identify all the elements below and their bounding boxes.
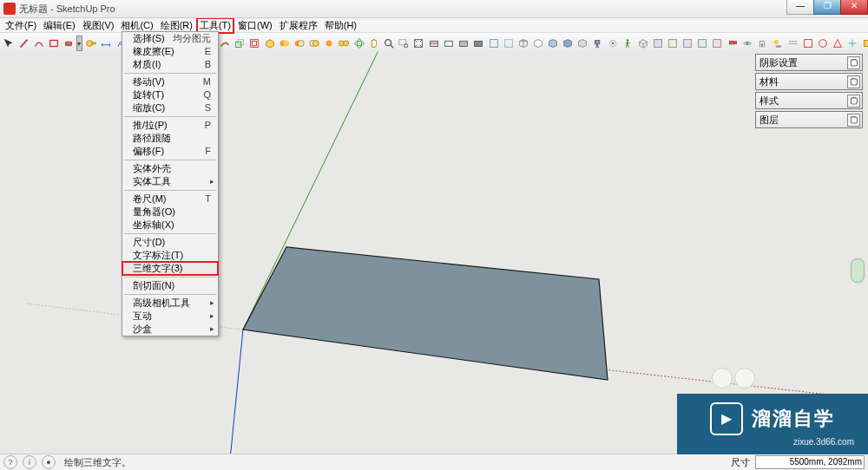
followme-tool-icon[interactable] [218,35,232,52]
solid-intersect-icon[interactable] [322,35,336,52]
panel-collapse-button[interactable]: ▢ [847,56,860,69]
camera-stand-icon[interactable] [591,35,605,52]
menu-item-6[interactable]: 缩放(C)S [122,101,218,114]
backedges-icon[interactable] [502,35,516,52]
offset-tool-icon[interactable] [247,35,261,52]
menu-item-label: 实体工具 [133,176,171,187]
tape-tool-icon[interactable] [84,35,98,52]
face-buttons [712,368,755,388]
position-camera-icon[interactable] [726,35,740,52]
menu-item-1[interactable]: 橡皮擦(E)E [122,45,218,58]
menu-item-label: 尺寸(D) [133,237,165,248]
section-icon[interactable] [427,35,441,52]
zoom-window-icon[interactable] [397,35,411,52]
select-tool-icon[interactable] [2,35,16,52]
menu-item-12[interactable]: 实体外壳 [122,162,218,175]
fog-icon[interactable] [786,35,799,52]
menu-item-19[interactable]: 尺寸(D) [122,236,218,249]
shaded-textures-icon[interactable] [561,35,575,52]
tool-extra-2[interactable] [816,35,830,52]
minimize-button[interactable]: — [786,0,814,15]
camera-look-icon[interactable] [606,35,620,52]
tool-extra-4[interactable] [845,35,859,52]
panel-collapse-button[interactable]: ▢ [847,114,860,127]
menu-3[interactable]: 相机(C) [117,19,156,32]
back-view-icon[interactable] [695,35,709,52]
menu-item-8[interactable]: 推/拉(P)P [122,119,218,132]
panel-0[interactable]: 阴影设置▢ [755,54,863,71]
solid-split-icon[interactable] [337,35,351,52]
menu-item-21[interactable]: 三维文字(3) [122,262,218,275]
menu-item-16[interactable]: 量角器(O) [122,206,218,219]
panel-collapse-button[interactable]: ▢ [847,75,860,88]
panel-3[interactable]: 图层▢ [755,111,863,128]
zoom-tool-icon[interactable] [382,35,396,52]
zoom-extents-icon[interactable] [411,35,425,52]
menu-item-25[interactable]: 高级相机工具 [122,297,218,310]
menu-6[interactable]: 窗口(W) [234,19,276,32]
shaded-icon[interactable] [546,35,560,52]
svg-rect-28 [475,41,483,46]
menu-2[interactable]: 视图(V) [79,19,118,32]
scale-tool-icon[interactable] [233,35,247,52]
menu-item-26[interactable]: 互动 [122,310,218,323]
wireframe-icon[interactable] [516,35,530,52]
solid-trim-icon[interactable] [307,35,321,52]
monochrome-icon[interactable] [575,35,589,52]
outer-shell-icon[interactable] [263,35,277,52]
menu-4[interactable]: 绘图(R) [157,19,196,32]
line-tool-icon[interactable] [17,35,31,52]
orbit-tool-icon[interactable] [352,35,366,52]
menu-item-2[interactable]: 材质(I)B [122,58,218,71]
section-display-icon[interactable] [442,35,456,52]
shadow-icon[interactable] [771,35,785,52]
xray-icon[interactable] [487,35,501,52]
menu-item-13[interactable]: 实体工具 [122,175,218,188]
close-button[interactable]: ✕ [840,0,868,15]
menu-7[interactable]: 扩展程序 [276,19,321,32]
tool-extra-1[interactable] [801,35,815,52]
hiddenline-icon[interactable] [531,35,545,52]
help-icon[interactable]: ? [3,455,17,469]
menu-item-15[interactable]: 卷尺(M)T [122,193,218,206]
menu-item-10[interactable]: 偏移(F)F [122,145,218,158]
panel-collapse-button[interactable]: ▢ [847,95,860,108]
menu-0[interactable]: 文件(F) [2,19,40,32]
tool-extra-3[interactable] [831,35,845,52]
section-fill-icon[interactable] [471,35,485,52]
material-swatch[interactable] [76,36,82,51]
panel-1[interactable]: 材料▢ [755,73,863,90]
walk-icon[interactable] [621,35,635,52]
menu-item-0[interactable]: 选择(S)均分图元 [122,32,218,45]
menu-item-20[interactable]: 文字标注(T) [122,249,218,262]
menu-item-9[interactable]: 路径跟随 [122,132,218,145]
menu-item-23[interactable]: 剖切面(N) [122,279,218,292]
section-cut-icon[interactable] [457,35,470,52]
solid-subtract-icon[interactable] [293,35,306,52]
left-view-icon[interactable] [710,35,724,52]
right-view-icon[interactable] [681,35,694,52]
menu-1[interactable]: 编辑(E) [40,19,79,32]
look-around-icon[interactable] [740,35,754,52]
arc-tool-icon[interactable] [32,35,46,52]
menu-item-27[interactable]: 沙盒 [122,323,218,336]
eraser-tool-icon[interactable] [62,35,76,52]
iso-icon[interactable] [636,35,650,52]
solid-union-icon[interactable] [278,35,292,52]
shape-tool-icon[interactable] [47,35,61,52]
front-view-icon[interactable] [666,35,680,52]
walk-through-icon[interactable] [755,35,769,52]
dimension-tool-icon[interactable] [99,35,113,52]
panel-2[interactable]: 样式▢ [755,92,863,109]
user-icon[interactable]: ● [42,455,56,469]
tool-extra-5[interactable] [860,35,868,52]
pan-tool-icon[interactable] [367,35,381,52]
info-icon[interactable]: i [23,455,36,469]
menu-8[interactable]: 帮助(H) [321,19,360,32]
maximize-button[interactable]: ❐ [813,0,841,15]
dimensions-input[interactable]: 5500mm, 2092mm [755,455,865,469]
menu-item-5[interactable]: 旋转(T)Q [122,88,218,101]
top-view-icon[interactable] [651,35,665,52]
menu-item-17[interactable]: 坐标轴(X) [122,219,218,232]
menu-item-4[interactable]: 移动(V)M [122,75,218,88]
